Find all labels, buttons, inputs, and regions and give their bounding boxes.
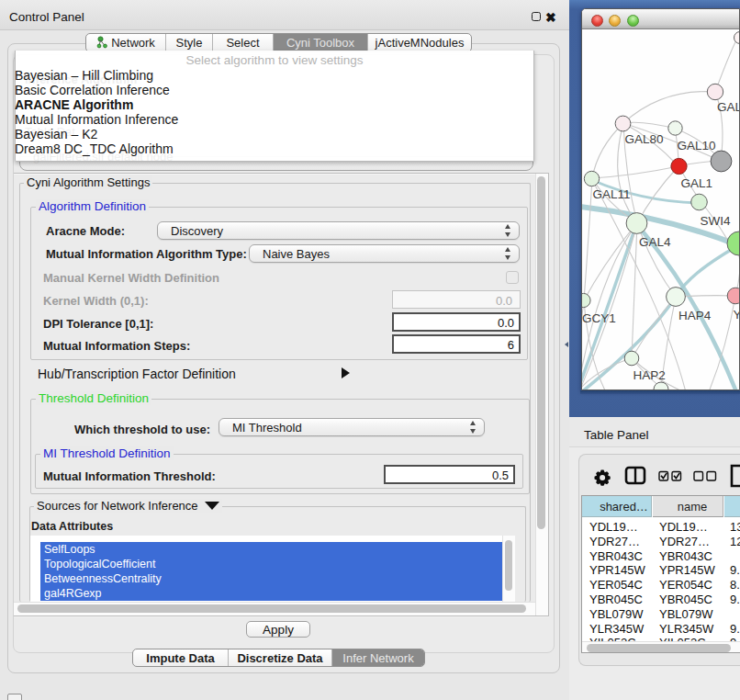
svg-text:SWI4: SWI4 [701,214,731,228]
svg-text:GCY1: GCY1 [582,311,616,325]
svg-text:GAL2: GAL2 [717,100,740,114]
svg-text:GAL1: GAL1 [681,176,713,190]
svg-text:GAL4: GAL4 [639,235,671,249]
svg-text:GAL80: GAL80 [625,132,664,146]
svg-text:GAL11: GAL11 [593,187,631,201]
svg-text:HAP2: HAP2 [633,368,666,382]
svg-text:GAL10: GAL10 [678,139,716,152]
svg-text:YJ: YJ [734,308,740,322]
svg-text:HAP4: HAP4 [678,309,712,322]
